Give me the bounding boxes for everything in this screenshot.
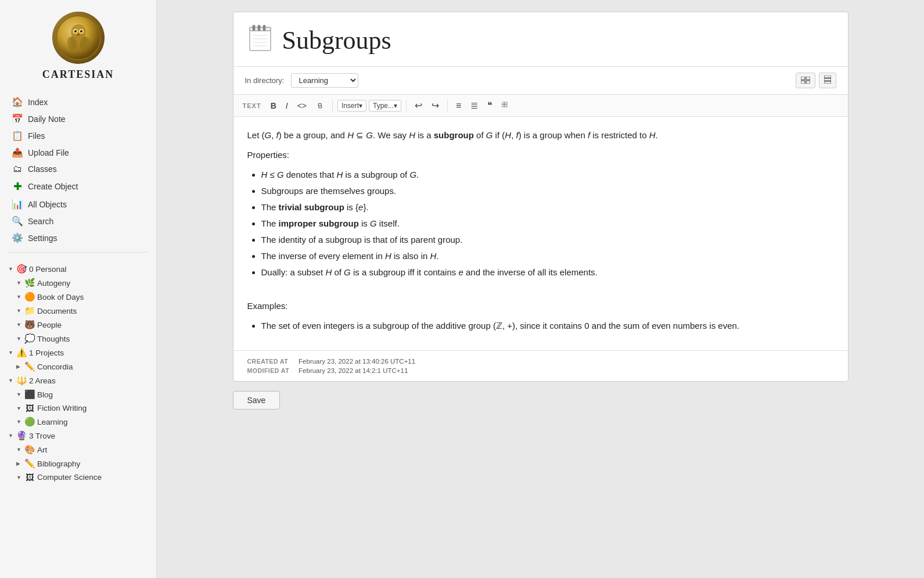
sidebar-item-settings[interactable]: ⚙️ Settings — [0, 229, 156, 246]
tree-item-art-label: Art — [37, 446, 47, 454]
tree-item-trove-label: 3 Trove — [29, 432, 55, 440]
sidebar-tree: ▼ 🎯 0 Personal ▼ 🌿 Autogeny ▼ 🟠 Book of … — [0, 259, 156, 487]
directory-select[interactable]: Learning Documents Projects — [291, 73, 358, 88]
tree-item-autogeny-label: Autogeny — [37, 279, 70, 288]
sidebar-item-daily-note[interactable]: 📅 Daily Note — [0, 110, 156, 127]
sidebar-item-daily-note-label: Daily Note — [28, 114, 66, 124]
people-icon: 🐻 — [24, 319, 35, 330]
trove-icon: 🔮 — [16, 430, 27, 441]
sidebar-item-upload-file[interactable]: 📤 Upload File — [0, 144, 156, 161]
sidebar-item-search[interactable]: 🔍 Search — [0, 213, 156, 229]
svg-rect-21 — [801, 81, 805, 84]
tree-item-computer-science[interactable]: ▼ 🖼 Computer Science — [0, 471, 156, 484]
bullet-list-button[interactable]: ≡ — [452, 99, 465, 113]
type-dropdown[interactable]: Type...▾ — [369, 100, 401, 112]
sidebar-item-create-object[interactable]: ✚ Create Object — [0, 177, 156, 196]
tree-item-art[interactable]: ▼ 🎨 Art — [0, 443, 156, 457]
undo-button[interactable]: ↩ — [411, 98, 426, 113]
tree-item-fiction-writing-label: Fiction Writing — [37, 404, 87, 412]
tree-item-autogeny[interactable]: ▼ 🌿 Autogeny — [0, 276, 156, 290]
tree-item-book-of-days-label: Book of Days — [37, 293, 84, 301]
tree-item-bibliography[interactable]: ▶ ✏️ Bibliography — [0, 457, 156, 471]
tree-item-trove[interactable]: ▼ 🔮 3 Trove — [0, 429, 156, 443]
toolbar-sep-1 — [332, 100, 333, 112]
toolbar-sep-2 — [406, 100, 407, 112]
sidebar-item-files[interactable]: 📋 Files — [0, 127, 156, 144]
bold-button[interactable]: B — [267, 99, 280, 112]
sidebar-item-classes[interactable]: 🗂 Classes — [0, 161, 156, 177]
note-body[interactable]: Let (G, f) be a group, and H ⊆ G. We say… — [233, 117, 848, 350]
property-3: The trivial subgroup is {e}. — [261, 200, 834, 214]
sidebar-divider — [9, 252, 148, 253]
ordered-list-button[interactable]: ≣ — [467, 98, 481, 113]
code-button[interactable]: <> — [294, 99, 310, 112]
property-4: The improper subgroup is G itself. — [261, 217, 834, 231]
save-button[interactable]: Save — [233, 391, 281, 410]
tree-item-concordia[interactable]: ▶ ✏️ Concordia — [0, 360, 156, 374]
toolbar-sep-3 — [447, 100, 448, 112]
list-view-button[interactable] — [819, 73, 836, 88]
svg-rect-28 — [505, 102, 507, 104]
tree-item-projects-label: 1 Projects — [29, 349, 64, 357]
note-container: Subgroups In directory: Learning Documen… — [233, 12, 849, 382]
svg-point-6 — [80, 30, 82, 33]
arrow-book-of-days: ▼ — [16, 294, 22, 300]
app-name: CARTESIAN — [42, 69, 114, 81]
property-1: H ≤ G denotes that H is a subgroup of G. — [261, 168, 834, 182]
tree-item-book-of-days[interactable]: ▼ 🟠 Book of Days — [0, 290, 156, 304]
arrow-fiction-writing: ▼ — [16, 405, 22, 411]
view-toggle-button[interactable] — [796, 73, 815, 88]
grid-button[interactable] — [498, 99, 512, 112]
quote-button[interactable]: ❝ — [484, 98, 496, 113]
svg-rect-30 — [505, 105, 507, 107]
svg-rect-12 — [253, 25, 255, 31]
arrow-trove: ▼ — [8, 433, 14, 439]
tree-item-areas[interactable]: ▼ 🔱 2 Areas — [0, 374, 156, 387]
arrow-autogeny: ▼ — [16, 280, 22, 286]
sidebar-item-all-objects-label: All Objects — [28, 200, 67, 209]
sidebar-item-search-label: Search — [28, 217, 53, 226]
personal-icon: 🎯 — [16, 264, 27, 274]
link-button[interactable] — [312, 99, 328, 112]
tree-item-learning-label: Learning — [37, 418, 68, 426]
property-2: Subgroups are themselves groups. — [261, 184, 834, 198]
modified-at-key: MODIFIED AT — [247, 367, 290, 374]
sidebar-item-all-objects[interactable]: 📊 All Objects — [0, 196, 156, 213]
tree-item-documents-label: Documents — [37, 307, 77, 315]
directory-label: In directory: — [245, 76, 285, 85]
app-logo — [52, 12, 105, 64]
note-toolbar: TEXT B I <> Insert▾ Type...▾ ↩ ↪ ≡ ≣ ❝ — [233, 95, 848, 117]
fiction-writing-icon: 🖼 — [24, 403, 35, 413]
tree-item-learning[interactable]: ▼ 🟢 Learning — [0, 415, 156, 429]
tree-item-fiction-writing[interactable]: ▼ 🖼 Fiction Writing — [0, 401, 156, 415]
index-icon: 🏠 — [12, 96, 23, 107]
arrow-art: ▼ — [16, 447, 22, 453]
tree-item-thoughts[interactable]: ▼ 💭 Thoughts — [0, 332, 156, 346]
tree-item-concordia-label: Concordia — [37, 362, 73, 371]
created-at-value: February 23, 2022 at 13:40:26 UTC+11 — [299, 358, 833, 365]
sidebar-item-index[interactable]: 🏠 Index — [0, 94, 156, 110]
note-header-icon — [247, 24, 273, 57]
toolbar-text-label: TEXT — [243, 102, 261, 109]
sidebar-navigation: 🏠 Index 📅 Daily Note 📋 Files 📤 Upload Fi… — [0, 87, 156, 246]
concordia-icon: ✏️ — [24, 361, 35, 372]
tree-item-personal[interactable]: ▼ 🎯 0 Personal — [0, 262, 156, 276]
svg-rect-22 — [806, 81, 810, 84]
sidebar-item-files-label: Files — [28, 131, 45, 141]
note-header: Subgroups — [233, 12, 848, 67]
properties-list: H ≤ G denotes that H is a subgroup of G.… — [261, 168, 834, 279]
tree-item-blog[interactable]: ▼ ⬛ Blog — [0, 387, 156, 401]
arrow-areas: ▼ — [8, 378, 14, 383]
italic-button[interactable]: I — [282, 99, 292, 112]
tree-item-projects[interactable]: ▼ ⚠️ 1 Projects — [0, 346, 156, 360]
projects-icon: ⚠️ — [16, 347, 27, 358]
note-directory-bar: In directory: Learning Documents Project… — [233, 67, 848, 95]
note-title: Subgroups — [282, 26, 391, 55]
redo-button[interactable]: ↪ — [428, 98, 443, 113]
tree-item-documents[interactable]: ▼ 📁 Documents — [0, 304, 156, 318]
svg-rect-14 — [263, 25, 265, 31]
tree-item-personal-label: 0 Personal — [29, 265, 67, 274]
examples-list: The set of even integers is a subgroup o… — [261, 319, 834, 333]
insert-dropdown[interactable]: Insert▾ — [337, 100, 366, 112]
tree-item-people[interactable]: ▼ 🐻 People — [0, 318, 156, 332]
